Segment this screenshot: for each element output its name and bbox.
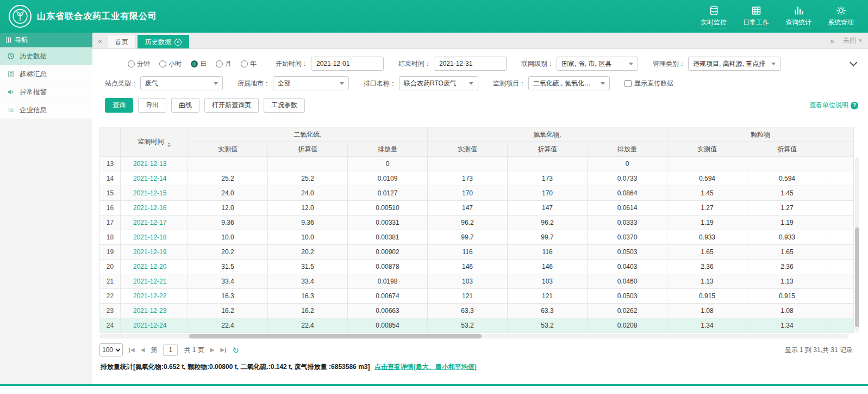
value-cell: 1.19 — [667, 216, 747, 230]
column-subheader-clipped — [827, 142, 854, 157]
top-nav-item[interactable]: 系统管理 — [828, 5, 854, 28]
query-button[interactable]: 查询 — [105, 98, 133, 113]
monitor-items-field: 监测项目： 二氧化硫., 氮氧化物., 颗粒 — [493, 76, 610, 90]
value-cell: 0.0208 — [588, 318, 667, 333]
next-page-button[interactable]: ▶ — [210, 347, 215, 353]
network-level-select[interactable]: 国家, 省, 市, 区县 — [557, 57, 638, 71]
column-header-time[interactable]: 监测时间 — [121, 127, 188, 157]
chevron-down-icon — [771, 63, 776, 65]
sort-icon[interactable] — [167, 143, 171, 147]
monitor-items-select[interactable]: 二氧化硫., 氮氧化物., 颗粒 — [528, 76, 610, 90]
chevron-down-icon — [214, 82, 218, 85]
site-type-field: 站点类型： 废气 — [105, 76, 223, 90]
value-cell: 170 — [508, 186, 588, 201]
top-nav: 实时监控日常工作查询统计系统管理 — [701, 5, 859, 28]
period-radio[interactable]: 日 — [191, 59, 207, 69]
value-cell: 0.0614 — [588, 201, 667, 216]
current-page-input[interactable] — [163, 344, 178, 356]
sidebar-item[interactable]: 企业信息 — [0, 101, 92, 119]
collapse-filters-chevron-icon[interactable] — [850, 59, 857, 66]
tabs-scroll-right-icon[interactable]: » — [830, 37, 834, 45]
date-link[interactable]: 2021-12-24 — [121, 318, 188, 333]
city-select[interactable]: 全部 — [273, 76, 349, 90]
start-time-input[interactable] — [311, 57, 384, 71]
horizontal-scrollbar-thumb[interactable] — [189, 334, 481, 338]
date-link[interactable]: 2021-12-17 — [121, 216, 188, 230]
date-link[interactable]: 2021-12-16 — [121, 201, 188, 216]
unit-note-link[interactable]: 查看单位说明 ? — [809, 101, 858, 110]
vertical-scrollbar[interactable] — [855, 157, 859, 333]
last-page-button[interactable]: ▶ — [220, 347, 226, 353]
site-type-select[interactable]: 废气 — [140, 76, 223, 90]
end-time-input[interactable] — [434, 57, 507, 71]
value-cell: 0.915 — [667, 289, 747, 304]
table-row: 242021-12-2422.422.40.0085453.253.20.020… — [100, 318, 854, 333]
value-cell: 146 — [508, 260, 588, 274]
first-page-button[interactable]: ◀ — [129, 347, 135, 353]
sidebar-item[interactable]: 历史数据 — [0, 47, 92, 65]
open-new-query-button[interactable]: 打开新查询页 — [204, 98, 259, 113]
tabs: 首页历史数据× — [108, 33, 189, 48]
period-radio[interactable]: 小时 — [159, 59, 182, 69]
value-cell: 22.4 — [268, 318, 348, 333]
period-radio[interactable]: 分钟 — [128, 59, 150, 69]
app-header: 山东省联合农药工业有限公司 实时监控日常工作查询统计系统管理 — [0, 0, 868, 33]
date-link[interactable]: 2021-12-13 — [121, 157, 188, 171]
stats-detail-link[interactable]: 点击查看详情(最大、最小和平均值) — [374, 363, 477, 371]
value-cell: 1.34 — [747, 318, 827, 333]
period-radio[interactable]: 月 — [216, 59, 232, 69]
chevron-down-icon — [469, 82, 473, 85]
start-time-label: 开始时间： — [276, 59, 308, 69]
tab-close-icon[interactable]: × — [174, 39, 182, 46]
top-nav-item[interactable]: 日常工作 — [743, 5, 769, 28]
close-tabs-menu[interactable]: 关闭 ▼ — [843, 36, 863, 45]
column-group-header: 氮氧化物. — [428, 127, 667, 142]
sidebar-item[interactable]: 异常报警 — [0, 83, 92, 101]
prev-page-button[interactable]: ◀ — [141, 347, 145, 353]
date-link[interactable]: 2021-12-23 — [121, 304, 188, 318]
table-row: 152021-12-1524.024.00.01271701700.08641.… — [100, 186, 854, 201]
value-cell-clipped — [827, 186, 854, 201]
value-cell: 0.00878 — [348, 260, 428, 274]
period-radio[interactable]: 年 — [241, 59, 257, 69]
value-cell: 0.0198 — [348, 274, 428, 289]
export-button[interactable]: 导出 — [138, 98, 166, 113]
condition-params-button[interactable]: 工况参数 — [264, 98, 305, 113]
vertical-scrollbar-thumb[interactable] — [855, 227, 859, 328]
curve-button[interactable]: 曲线 — [171, 98, 199, 113]
value-cell: 33.4 — [188, 274, 268, 289]
date-link[interactable]: 2021-12-14 — [121, 171, 188, 186]
top-nav-item[interactable]: 查询统计 — [785, 5, 811, 28]
outlet-select[interactable]: 联合农药RTO废气 — [399, 76, 478, 90]
monitor-items-label: 监测项目： — [493, 79, 526, 88]
value-cell-clipped — [827, 157, 854, 171]
table-row: 212021-12-2133.433.40.01981031030.04601.… — [100, 274, 854, 289]
table-row: 132021-12-1300 — [100, 157, 854, 171]
date-link[interactable]: 2021-12-19 — [121, 245, 188, 260]
refresh-icon[interactable]: ↻ — [232, 346, 239, 354]
top-nav-item[interactable]: 实时监控 — [701, 5, 727, 28]
sidebar-item[interactable]: 超标汇总 — [0, 65, 92, 83]
direct-data-checkbox[interactable]: 显示直传数据 — [625, 79, 673, 88]
manage-type-select[interactable]: 违规项目, 高耗源, 重点排 — [688, 57, 780, 71]
tab[interactable]: 首页 — [108, 35, 136, 48]
date-link[interactable]: 2021-12-15 — [121, 186, 188, 201]
date-link[interactable]: 2021-12-21 — [121, 274, 188, 289]
outlet-field: 排口名称： 联合农药RTO废气 — [364, 76, 478, 90]
date-link[interactable]: 2021-12-18 — [121, 230, 188, 245]
page-size-select[interactable]: 100 — [99, 343, 123, 356]
horizontal-scrollbar[interactable] — [99, 334, 848, 338]
value-cell: 22.4 — [188, 318, 268, 333]
table-row: 162021-12-1612.012.00.005101471470.06141… — [100, 201, 854, 216]
direct-data-checkbox-input[interactable] — [625, 80, 632, 87]
tab[interactable]: 历史数据× — [138, 35, 189, 48]
date-link[interactable]: 2021-12-22 — [121, 289, 188, 304]
tab-bar: « 首页历史数据× » 关闭 ▼ — [92, 33, 868, 49]
value-cell: 1.19 — [747, 216, 827, 230]
value-cell-clipped — [827, 230, 854, 245]
records-info: 显示 1 到 31,共 31 记录 — [785, 346, 853, 355]
tabs-scroll-left-icon[interactable]: « — [98, 37, 102, 45]
date-link[interactable]: 2021-12-20 — [121, 260, 188, 274]
value-cell: 0 — [588, 157, 667, 171]
value-cell-clipped — [827, 260, 854, 274]
